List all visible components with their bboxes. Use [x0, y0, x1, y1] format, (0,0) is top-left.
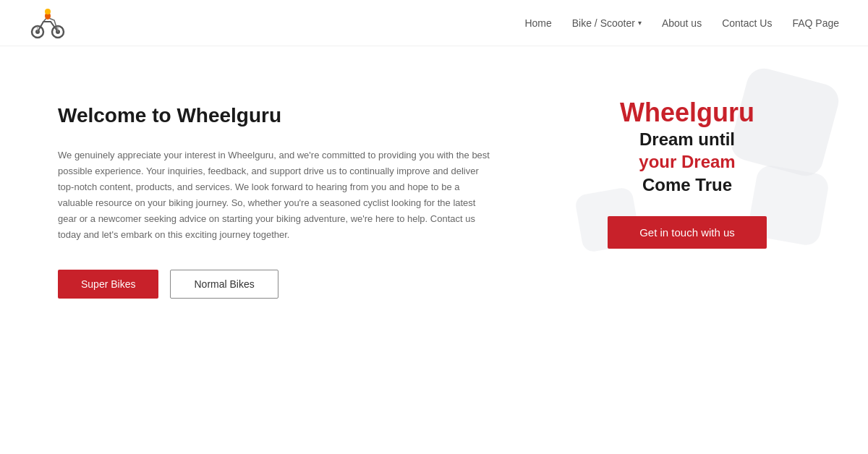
- cta-button-group: Super Bikes Normal Bikes: [58, 270, 521, 299]
- nav-home[interactable]: Home: [524, 17, 551, 29]
- tagline-line1: Dream until: [608, 128, 767, 150]
- super-bikes-button[interactable]: Super Bikes: [58, 270, 158, 299]
- main-content: Welcome to Wheelguru We genuinely apprec…: [0, 46, 868, 454]
- nav-faq-page[interactable]: FAQ Page: [792, 17, 839, 29]
- header: Home Bike / Scooter ▾ About us Contact U…: [0, 0, 868, 46]
- welcome-description: We genuinely appreciate your interest in…: [58, 147, 492, 244]
- nav-contact-us[interactable]: Contact Us: [722, 17, 772, 29]
- right-content-block: Wheelguru Dream until your Dream Come Tr…: [608, 97, 767, 249]
- svg-point-5: [45, 9, 51, 14]
- normal-bikes-button[interactable]: Normal Bikes: [170, 270, 278, 299]
- nav-about-us[interactable]: About us: [662, 17, 702, 29]
- left-section: Welcome to Wheelguru We genuinely apprec…: [58, 90, 521, 299]
- logo-icon: [29, 7, 67, 39]
- get-touch-button[interactable]: Get in touch with us: [608, 216, 767, 249]
- welcome-title: Welcome to Wheelguru: [58, 104, 521, 127]
- right-section: Wheelguru Dream until your Dream Come Tr…: [564, 90, 810, 249]
- tagline-line2: your Dream: [608, 150, 767, 173]
- brand-name: Wheelguru: [608, 97, 767, 128]
- tagline-line3: Come True: [608, 174, 767, 196]
- logo-area: [29, 7, 67, 39]
- nav-bike-scooter[interactable]: Bike / Scooter ▾: [572, 17, 642, 29]
- main-nav: Home Bike / Scooter ▾ About us Contact U…: [524, 17, 839, 29]
- nav-bike-scooter-label: Bike / Scooter: [572, 17, 635, 29]
- chevron-down-icon: ▾: [638, 19, 642, 27]
